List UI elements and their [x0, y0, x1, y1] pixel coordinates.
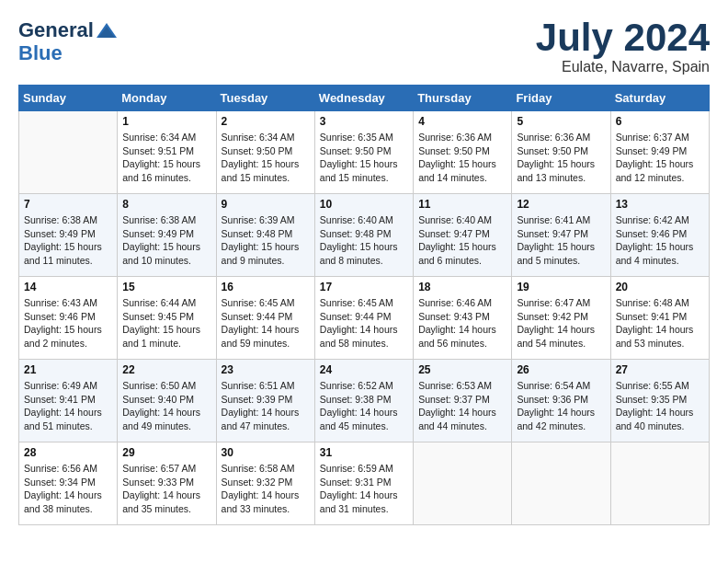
calendar-cell: 23Sunrise: 6:51 AM Sunset: 9:39 PM Dayli… — [216, 360, 314, 442]
logo-icon — [95, 21, 119, 41]
day-number: 11 — [418, 198, 506, 211]
day-number: 19 — [517, 281, 605, 293]
day-number: 2 — [222, 115, 310, 128]
day-info: Sunrise: 6:45 AM Sunset: 9:44 PM Dayligh… — [320, 296, 408, 350]
calendar-cell: 9Sunrise: 6:39 AM Sunset: 9:48 PM Daylig… — [216, 194, 314, 277]
logo: General Blue — [18, 18, 119, 65]
week-row-5: 28Sunrise: 6:56 AM Sunset: 9:34 PM Dayli… — [19, 442, 710, 525]
calendar-cell: 10Sunrise: 6:40 AM Sunset: 9:48 PM Dayli… — [314, 194, 413, 277]
calendar-cell: 13Sunrise: 6:42 AM Sunset: 9:46 PM Dayli… — [610, 194, 709, 277]
day-info: Sunrise: 6:52 AM Sunset: 9:38 PM Dayligh… — [320, 379, 408, 433]
day-number: 21 — [24, 363, 112, 376]
day-info: Sunrise: 6:53 AM Sunset: 9:37 PM Dayligh… — [418, 379, 506, 433]
day-number: 20 — [616, 281, 704, 293]
day-info: Sunrise: 6:40 AM Sunset: 9:47 PM Dayligh… — [418, 213, 506, 268]
day-number: 26 — [517, 363, 605, 376]
day-number: 14 — [24, 281, 112, 293]
day-info: Sunrise: 6:47 AM Sunset: 9:42 PM Dayligh… — [517, 296, 605, 350]
day-info: Sunrise: 6:45 AM Sunset: 9:44 PM Dayligh… — [222, 296, 310, 350]
week-row-4: 21Sunrise: 6:49 AM Sunset: 9:41 PM Dayli… — [19, 360, 710, 442]
day-info: Sunrise: 6:39 AM Sunset: 9:48 PM Dayligh… — [222, 213, 310, 268]
day-info: Sunrise: 6:43 AM Sunset: 9:46 PM Dayligh… — [24, 296, 112, 350]
calendar-cell: 8Sunrise: 6:38 AM Sunset: 9:49 PM Daylig… — [118, 194, 216, 277]
day-number: 29 — [122, 446, 210, 459]
calendar-cell: 5Sunrise: 6:36 AM Sunset: 9:50 PM Daylig… — [512, 111, 610, 194]
day-number: 8 — [122, 198, 210, 211]
calendar-cell: 14Sunrise: 6:43 AM Sunset: 9:46 PM Dayli… — [19, 277, 118, 360]
day-number: 7 — [24, 198, 112, 211]
day-info: Sunrise: 6:34 AM Sunset: 9:50 PM Dayligh… — [222, 131, 310, 185]
weekday-header-friday: Friday — [512, 86, 610, 111]
day-number: 10 — [320, 198, 408, 211]
weekday-header-thursday: Thursday — [414, 86, 512, 111]
day-info: Sunrise: 6:34 AM Sunset: 9:51 PM Dayligh… — [122, 131, 210, 185]
day-number: 6 — [616, 115, 704, 128]
calendar-cell: 21Sunrise: 6:49 AM Sunset: 9:41 PM Dayli… — [19, 360, 118, 442]
day-number: 12 — [517, 198, 605, 211]
calendar-cell — [414, 442, 512, 525]
day-info: Sunrise: 6:38 AM Sunset: 9:49 PM Dayligh… — [24, 213, 112, 268]
calendar-cell: 7Sunrise: 6:38 AM Sunset: 9:49 PM Daylig… — [19, 194, 118, 277]
calendar-cell — [512, 442, 610, 525]
calendar-cell: 24Sunrise: 6:52 AM Sunset: 9:38 PM Dayli… — [314, 360, 413, 442]
day-number: 3 — [320, 115, 408, 128]
week-row-3: 14Sunrise: 6:43 AM Sunset: 9:46 PM Dayli… — [19, 277, 710, 360]
day-number: 18 — [418, 281, 506, 293]
day-info: Sunrise: 6:46 AM Sunset: 9:43 PM Dayligh… — [418, 296, 506, 350]
calendar-cell: 20Sunrise: 6:48 AM Sunset: 9:41 PM Dayli… — [610, 277, 709, 360]
calendar-cell: 1Sunrise: 6:34 AM Sunset: 9:51 PM Daylig… — [118, 111, 216, 194]
calendar-cell: 27Sunrise: 6:55 AM Sunset: 9:35 PM Dayli… — [610, 360, 709, 442]
day-number: 15 — [122, 281, 210, 293]
calendar-cell: 11Sunrise: 6:40 AM Sunset: 9:47 PM Dayli… — [414, 194, 512, 277]
weekday-header-saturday: Saturday — [610, 86, 709, 111]
week-row-2: 7Sunrise: 6:38 AM Sunset: 9:49 PM Daylig… — [19, 194, 710, 277]
day-info: Sunrise: 6:42 AM Sunset: 9:46 PM Dayligh… — [616, 213, 704, 268]
calendar-cell: 15Sunrise: 6:44 AM Sunset: 9:45 PM Dayli… — [118, 277, 216, 360]
calendar-cell: 19Sunrise: 6:47 AM Sunset: 9:42 PM Dayli… — [512, 277, 610, 360]
calendar-cell — [19, 111, 118, 194]
weekday-header-monday: Monday — [118, 86, 216, 111]
day-info: Sunrise: 6:51 AM Sunset: 9:39 PM Dayligh… — [222, 379, 310, 433]
day-info: Sunrise: 6:36 AM Sunset: 9:50 PM Dayligh… — [517, 131, 605, 185]
day-number: 16 — [222, 281, 310, 293]
page-header: General Blue July 2024 Eulate, Navarre, … — [18, 18, 710, 75]
weekday-header-wednesday: Wednesday — [314, 86, 413, 111]
calendar-cell: 3Sunrise: 6:35 AM Sunset: 9:50 PM Daylig… — [314, 111, 413, 194]
calendar-table: SundayMondayTuesdayWednesdayThursdayFrid… — [18, 85, 710, 525]
calendar-cell: 29Sunrise: 6:57 AM Sunset: 9:33 PM Dayli… — [118, 442, 216, 525]
logo-text: General — [18, 18, 119, 41]
day-info: Sunrise: 6:54 AM Sunset: 9:36 PM Dayligh… — [517, 379, 605, 433]
calendar-cell: 6Sunrise: 6:37 AM Sunset: 9:49 PM Daylig… — [610, 111, 709, 194]
weekday-header-tuesday: Tuesday — [216, 86, 314, 111]
location: Eulate, Navarre, Spain — [536, 59, 710, 75]
day-number: 23 — [222, 363, 310, 376]
calendar-cell: 2Sunrise: 6:34 AM Sunset: 9:50 PM Daylig… — [216, 111, 314, 194]
calendar-cell: 22Sunrise: 6:50 AM Sunset: 9:40 PM Dayli… — [118, 360, 216, 442]
day-info: Sunrise: 6:56 AM Sunset: 9:34 PM Dayligh… — [24, 462, 112, 516]
weekday-header-sunday: Sunday — [19, 86, 118, 111]
day-number: 22 — [122, 363, 210, 376]
day-number: 9 — [222, 198, 310, 211]
day-number: 31 — [320, 446, 408, 459]
day-info: Sunrise: 6:40 AM Sunset: 9:48 PM Dayligh… — [320, 213, 408, 268]
day-number: 5 — [517, 115, 605, 128]
title-block: July 2024 Eulate, Navarre, Spain — [536, 18, 710, 75]
day-info: Sunrise: 6:50 AM Sunset: 9:40 PM Dayligh… — [122, 379, 210, 433]
calendar-cell: 25Sunrise: 6:53 AM Sunset: 9:37 PM Dayli… — [414, 360, 512, 442]
calendar-cell: 31Sunrise: 6:59 AM Sunset: 9:31 PM Dayli… — [314, 442, 413, 525]
day-number: 24 — [320, 363, 408, 376]
day-info: Sunrise: 6:57 AM Sunset: 9:33 PM Dayligh… — [122, 462, 210, 516]
day-info: Sunrise: 6:44 AM Sunset: 9:45 PM Dayligh… — [122, 296, 210, 350]
calendar-cell: 28Sunrise: 6:56 AM Sunset: 9:34 PM Dayli… — [19, 442, 118, 525]
calendar-cell — [610, 442, 709, 525]
week-row-1: 1Sunrise: 6:34 AM Sunset: 9:51 PM Daylig… — [19, 111, 710, 194]
day-number: 13 — [616, 198, 704, 211]
day-info: Sunrise: 6:37 AM Sunset: 9:49 PM Dayligh… — [616, 131, 704, 185]
day-number: 17 — [320, 281, 408, 293]
day-number: 28 — [24, 446, 112, 459]
calendar-cell: 30Sunrise: 6:58 AM Sunset: 9:32 PM Dayli… — [216, 442, 314, 525]
day-info: Sunrise: 6:36 AM Sunset: 9:50 PM Dayligh… — [418, 131, 506, 185]
weekday-header-row: SundayMondayTuesdayWednesdayThursdayFrid… — [19, 86, 710, 111]
day-number: 27 — [616, 363, 704, 376]
logo-blue: Blue — [18, 41, 119, 64]
